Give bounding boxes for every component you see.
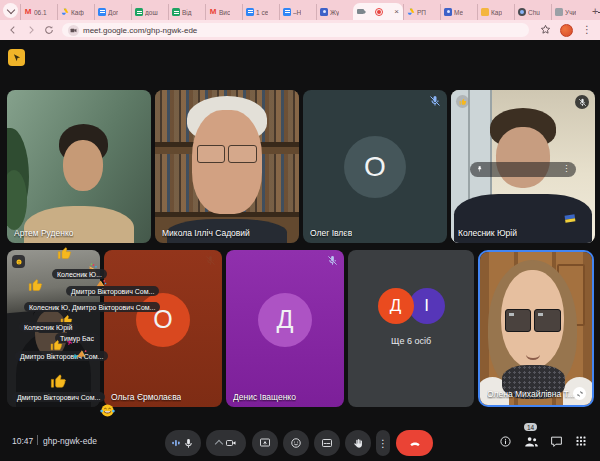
ukraine-flag-patch: [564, 214, 575, 222]
tab-label: Ме: [454, 9, 463, 16]
tile-hover-toolbar[interactable]: ⋮: [470, 162, 577, 177]
captions-button[interactable]: [314, 430, 340, 456]
avatar: І: [409, 288, 445, 324]
tab-label: Дог: [108, 9, 118, 16]
tab-drive-2[interactable]: РП: [403, 4, 440, 20]
people-button[interactable]: [524, 435, 539, 448]
tile-overflow[interactable]: Д І Ще 6 осіб: [348, 250, 474, 407]
camera-switch-icon[interactable]: [573, 387, 586, 400]
tile-denys[interactable]: Д Денис Іващенко: [226, 250, 344, 407]
participant-name: Артем Руденко: [14, 228, 74, 238]
address-bar[interactable]: meet.google.com/ghp-ngwk-ede: [62, 23, 529, 37]
tab-label: РП: [417, 9, 426, 16]
mic-button[interactable]: [165, 430, 201, 456]
overflow-count-label: Ще 6 осіб: [348, 336, 474, 346]
participant-name: Олена Михайлівна Т...: [487, 389, 575, 399]
present-button[interactable]: [252, 430, 278, 456]
tile-oleg[interactable]: О Олег Івлєв: [303, 90, 447, 243]
tab-docs-2[interactable]: 1 се: [242, 4, 279, 20]
tab-label: Chu: [528, 9, 540, 16]
docs-favicon-icon: [98, 8, 106, 16]
activities-button[interactable]: [575, 435, 587, 447]
tab-app-3[interactable]: Кар: [477, 4, 514, 20]
tab-app-4[interactable]: Chu: [514, 4, 551, 20]
tile-olena-self[interactable]: Олена Михайлівна Т...: [478, 250, 594, 407]
more-options-button[interactable]: ⋮: [376, 430, 390, 456]
drive-favicon-icon: [407, 8, 415, 16]
url-text: meet.google.com/ghp-ngwk-ede: [83, 26, 197, 35]
camera-button[interactable]: [206, 430, 246, 456]
reactions-button[interactable]: [283, 430, 309, 456]
tile-artem[interactable]: Артем Руденко: [7, 90, 151, 243]
tab-drive-1[interactable]: Каф: [57, 4, 94, 20]
raise-hand-button[interactable]: [345, 430, 371, 456]
tab-strip: M06.1 Каф Дог дош Від MВис 1 се –Н Жу × …: [0, 0, 600, 20]
participant-name: Дмитро Вікторович Сом...: [12, 392, 105, 402]
tab-label: Вис: [219, 9, 230, 16]
docs-favicon-icon: [246, 8, 254, 16]
recording-indicator-icon: [375, 8, 383, 16]
profile-avatar[interactable]: [560, 24, 573, 37]
reaction-toast: Дмитро Вікторович Сом...: [15, 351, 108, 361]
gmail-favicon-icon: M: [24, 8, 32, 16]
bookmark-star-icon[interactable]: [540, 21, 551, 39]
forward-button[interactable]: [26, 25, 36, 35]
tab-label: 1 се: [256, 9, 268, 16]
docs-favicon-icon: [283, 8, 291, 16]
reaction-toast: Дмитро Вікторович Сом...: [66, 286, 159, 296]
apps-grid-icon: [575, 435, 587, 447]
browser-toolbar: meet.google.com/ghp-ngwk-ede ⋮: [0, 20, 600, 40]
avatar: Д: [378, 288, 414, 324]
end-call-icon: [408, 436, 422, 450]
pin-icon[interactable]: [476, 165, 484, 173]
captions-icon: [321, 437, 333, 449]
extension-overlay-icon[interactable]: [8, 49, 25, 66]
tab-gmail-1[interactable]: M06.1: [20, 4, 57, 20]
smiley-badge-icon: [12, 255, 25, 268]
reaction-toast: Колесник Ю...: [52, 269, 107, 279]
info-button[interactable]: [499, 435, 512, 448]
tab-sheets-1[interactable]: дош: [131, 4, 168, 20]
end-call-button[interactable]: [396, 430, 433, 456]
reaction-toast: Колесник Юрій: [19, 322, 78, 332]
avatar-initial: Д: [277, 305, 294, 334]
chevron-down-icon: [6, 5, 14, 13]
mic-off-icon: [575, 95, 589, 109]
back-button[interactable]: [8, 25, 18, 35]
tab-search-button[interactable]: [3, 3, 18, 18]
more-vert-icon[interactable]: ⋮: [562, 165, 570, 173]
tab-docs-1[interactable]: Дог: [94, 4, 131, 20]
sheets-favicon-icon: [172, 8, 180, 16]
participant-name: Микола Ілліч Садовий: [162, 228, 250, 238]
reaction-toast: Колесник Ю, Дмитро Вікторович Сом...: [24, 302, 160, 312]
meet-tab-favicon-icon: [357, 9, 364, 14]
tab-docs-3[interactable]: –Н: [279, 4, 316, 20]
tab-gmail-2[interactable]: MВис: [205, 4, 242, 20]
audio-level-icon: [172, 438, 180, 448]
more-options-icon: ⋮: [378, 438, 388, 449]
tab-app-1[interactable]: Жу: [316, 4, 353, 20]
tile-kolesnyk[interactable]: ⋮ Колесник Юрій: [451, 90, 595, 243]
tab-sheets-2[interactable]: Від: [168, 4, 205, 20]
avatar-initial: Д: [390, 296, 402, 316]
tile-mykola[interactable]: Микола Ілліч Садовий: [155, 90, 299, 243]
app-favicon-icon: [555, 8, 563, 16]
avatar: О: [344, 136, 406, 198]
chat-button[interactable]: [550, 435, 563, 448]
tab-active-meet[interactable]: ×: [353, 3, 403, 20]
tab-label: Учи: [565, 9, 576, 16]
person-silhouette: [526, 348, 541, 359]
reaction-badge: [456, 95, 469, 108]
mic-off-icon: [327, 255, 338, 266]
tab-app-2[interactable]: Ме: [440, 4, 477, 20]
camera-icon: [225, 437, 237, 449]
browser-menu-icon[interactable]: ⋮: [582, 25, 592, 35]
tile-olha[interactable]: О Ольга Єрмолаєва: [104, 250, 222, 407]
reload-button[interactable]: [44, 25, 54, 35]
tab-app-5[interactable]: Учи: [551, 4, 588, 20]
participant-name: Денис Іващенко: [233, 392, 296, 402]
avatar-initial: О: [364, 151, 386, 183]
laughing-emoji: [100, 403, 115, 422]
participants-badge: 14: [524, 423, 537, 431]
tab-close-icon[interactable]: ×: [394, 8, 399, 16]
